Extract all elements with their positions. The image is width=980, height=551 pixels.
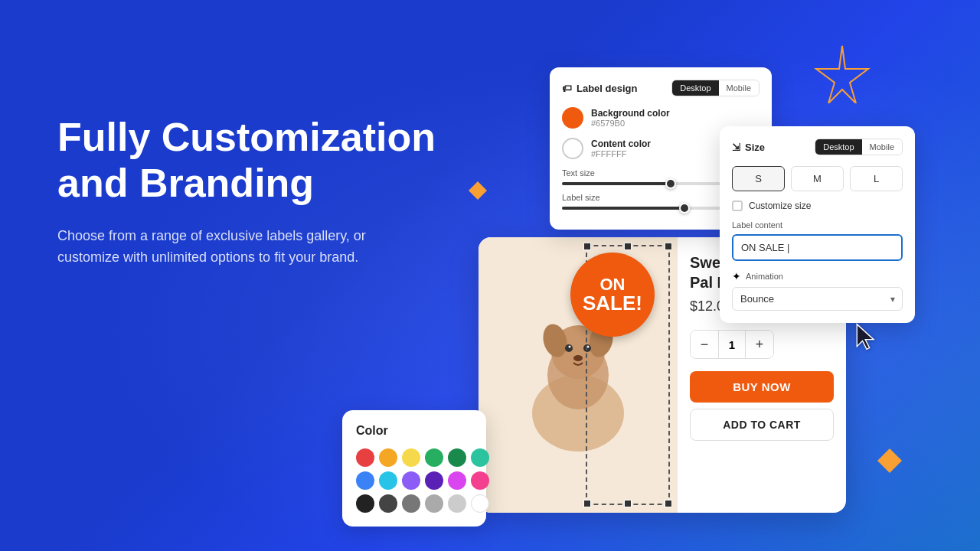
size-s-btn[interactable]: S <box>732 166 785 191</box>
animation-section: ✦ Animation Bounce Fade Slide Pulse None… <box>732 270 903 311</box>
swatch-9[interactable] <box>402 471 420 490</box>
size-panel-header: ⇲ Size Desktop Mobile <box>732 139 903 155</box>
panel-title-group: 🏷 Label design <box>562 83 637 94</box>
size-panel-title-group: ⇲ Size <box>732 142 765 153</box>
bg-color-label: Background color <box>591 108 670 119</box>
svg-point-9 <box>573 355 583 361</box>
label-content-label: Label content <box>732 220 903 230</box>
color-panel: Color <box>342 410 486 527</box>
size-view-toggle: Desktop Mobile <box>815 139 903 155</box>
diamond-decoration-2 <box>876 447 903 474</box>
size-panel-title: Size <box>745 142 765 153</box>
swatch-12[interactable] <box>471 471 489 490</box>
cursor-arrow <box>853 321 880 355</box>
animation-icon: ✦ <box>732 270 741 282</box>
animation-header: ✦ Animation <box>732 270 903 282</box>
animation-label: Animation <box>746 272 783 281</box>
swatch-17[interactable] <box>448 494 466 513</box>
swatch-15[interactable] <box>402 494 420 513</box>
swatch-8[interactable] <box>379 471 397 490</box>
handle-bl[interactable] <box>583 500 591 507</box>
swatch-11[interactable] <box>448 471 466 490</box>
swatch-1[interactable] <box>356 448 374 467</box>
quantity-value: 1 <box>718 331 746 358</box>
size-mobile-btn[interactable]: Mobile <box>862 139 902 155</box>
handle-tl[interactable] <box>583 243 591 250</box>
swatch-13[interactable] <box>356 494 374 513</box>
animation-select-wrapper: Bounce Fade Slide Pulse None ▾ <box>732 287 903 311</box>
label-icon: 🏷 <box>562 83 572 94</box>
bg-color-swatch[interactable] <box>562 107 583 129</box>
label-content-input[interactable] <box>732 234 903 261</box>
product-image-area: ON SALE! <box>479 237 678 513</box>
add-to-cart-btn[interactable]: ADD TO CART <box>690 409 834 441</box>
content-color-hex: #FFFFFF <box>591 149 651 158</box>
animation-select[interactable]: Bounce Fade Slide Pulse None <box>732 287 903 311</box>
bg-color-info: Background color #6579B0 <box>591 108 670 128</box>
badge-on: ON <box>600 276 626 293</box>
content-color-info: Content color #FFFFFF <box>591 139 651 158</box>
size-buttons-group: S M L <box>732 166 903 191</box>
customize-row: Customize size <box>732 201 903 211</box>
swatch-18[interactable] <box>471 494 489 513</box>
swatch-7[interactable] <box>356 471 374 490</box>
swatch-16[interactable] <box>425 494 443 513</box>
label-design-title: Label design <box>577 83 637 94</box>
hero-section: Fully Customizationand Branding Choose f… <box>57 115 486 269</box>
hero-subtitle: Choose from a range of exclusive labels … <box>57 225 387 269</box>
quantity-row: − 1 + <box>690 330 774 359</box>
main-title: Fully Customizationand Branding <box>57 115 486 207</box>
swatch-3[interactable] <box>402 448 420 467</box>
content-color-swatch[interactable] <box>562 138 583 159</box>
desktop-toggle-btn[interactable]: Desktop <box>672 80 718 96</box>
size-m-btn[interactable]: M <box>791 166 844 191</box>
panel-header: 🏷 Label design Desktop Mobile <box>562 80 760 96</box>
swatch-2[interactable] <box>379 448 397 467</box>
badge-sale: SALE! <box>583 293 642 313</box>
size-l-btn[interactable]: L <box>850 166 903 191</box>
on-sale-badge: ON SALE! <box>570 253 655 337</box>
customize-label: Customize size <box>749 201 811 211</box>
swatch-14[interactable] <box>379 494 397 513</box>
bg-color-row: Background color #6579B0 <box>562 107 760 129</box>
handle-tm[interactable] <box>624 243 632 250</box>
color-swatches-grid <box>356 448 472 513</box>
size-icon: ⇲ <box>732 142 740 153</box>
handle-bm[interactable] <box>624 500 632 507</box>
customize-checkbox[interactable] <box>732 201 743 211</box>
handle-tr[interactable] <box>665 243 672 250</box>
swatch-10[interactable] <box>425 471 443 490</box>
label-content-section: Label content <box>732 220 903 261</box>
swatch-5[interactable] <box>448 448 466 467</box>
view-toggle: Desktop Mobile <box>671 80 760 96</box>
color-panel-title: Color <box>356 424 472 438</box>
svg-point-5 <box>565 344 573 352</box>
quantity-increase-btn[interactable]: + <box>746 331 773 358</box>
content-color-label: Content color <box>591 139 651 149</box>
quantity-decrease-btn[interactable]: − <box>691 331 718 358</box>
svg-point-7 <box>569 346 571 348</box>
swatch-4[interactable] <box>425 448 443 467</box>
buy-now-btn[interactable]: BUY NOW <box>690 371 834 403</box>
bg-color-hex: #6579B0 <box>591 119 670 128</box>
handle-br[interactable] <box>665 500 672 507</box>
size-panel: ⇲ Size Desktop Mobile S M L Customize si… <box>720 126 915 323</box>
mobile-toggle-btn[interactable]: Mobile <box>719 80 759 96</box>
size-desktop-btn[interactable]: Desktop <box>815 139 861 155</box>
swatch-6[interactable] <box>471 448 489 467</box>
star-decoration <box>812 42 873 103</box>
